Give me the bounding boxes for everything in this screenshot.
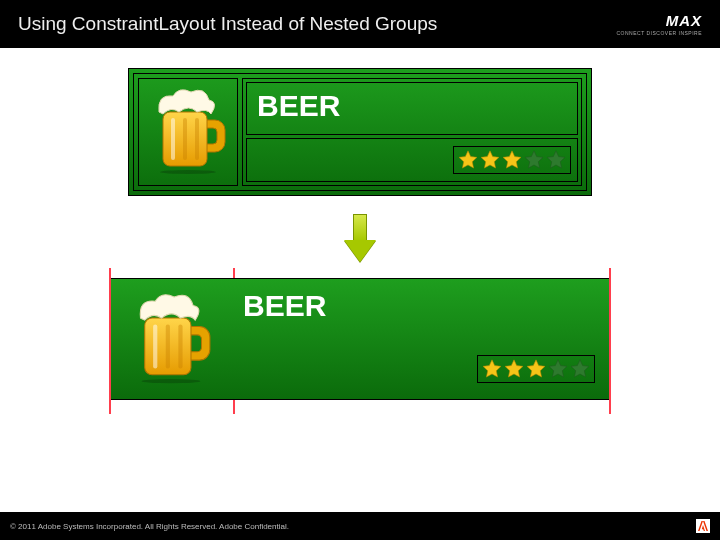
svg-point-5 <box>142 379 201 383</box>
max-logo: MAX CONNECT DISCOVER INSPIRE <box>616 12 702 36</box>
star-empty-icon <box>547 358 569 380</box>
stars-container-a <box>453 146 571 174</box>
page-title: Using ConstraintLayout Instead of Nested… <box>18 13 437 35</box>
nested-rating-box <box>246 138 578 182</box>
beer-mug-icon <box>130 290 212 388</box>
constraint-text-slot: BEER <box>231 279 609 399</box>
card-a-title: BEER <box>257 89 340 122</box>
constraint-image-slot <box>111 279 231 399</box>
star-filled-icon <box>501 149 523 171</box>
star-filled-icon <box>503 358 525 380</box>
star-empty-icon <box>569 358 591 380</box>
nested-layout-diagram: BEER <box>128 68 592 196</box>
footer-bar: © 2011 Adobe Systems Incorporated. All R… <box>0 512 720 540</box>
star-filled-icon <box>457 149 479 171</box>
constraint-layout-diagram: BEER <box>109 274 611 404</box>
beer-mug-icon <box>149 86 227 178</box>
svg-point-0 <box>160 170 216 174</box>
star-filled-icon <box>525 358 547 380</box>
nested-vbox: BEER <box>242 78 582 186</box>
max-logo-word: MAX <box>666 12 702 29</box>
constraint-guide-right <box>609 268 611 414</box>
arrow-down-icon <box>347 214 373 264</box>
nested-hbox: BEER <box>133 73 587 191</box>
nested-image-box <box>138 78 238 186</box>
header-bar: Using ConstraintLayout Instead of Nested… <box>0 0 720 48</box>
content-area: BEER <box>0 48 720 404</box>
max-logo-tagline: CONNECT DISCOVER INSPIRE <box>616 30 702 36</box>
star-filled-icon <box>481 358 503 380</box>
star-empty-icon <box>523 149 545 171</box>
stars-container-b <box>477 355 595 383</box>
nested-title-box: BEER <box>246 82 578 135</box>
adobe-logo <box>696 519 710 533</box>
constraint-card: BEER <box>111 278 609 400</box>
card-b-title: BEER <box>243 289 597 323</box>
star-filled-icon <box>479 149 501 171</box>
star-empty-icon <box>545 149 567 171</box>
footer-copyright: © 2011 Adobe Systems Incorporated. All R… <box>10 522 289 531</box>
